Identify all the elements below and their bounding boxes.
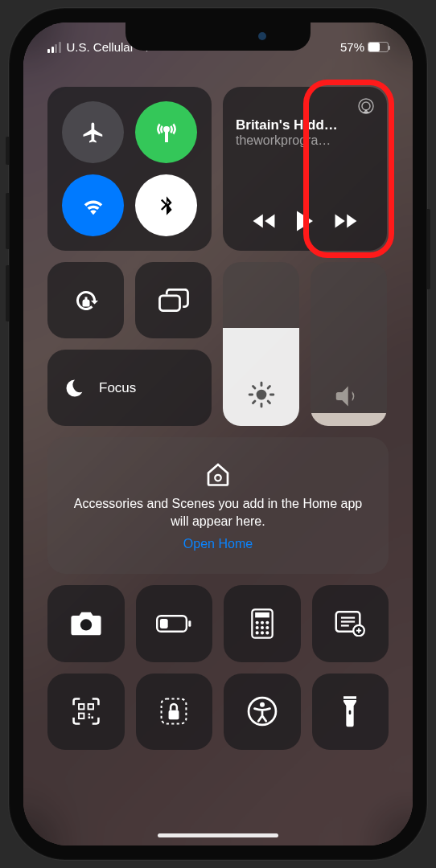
bluetooth-button[interactable]	[135, 174, 197, 236]
media-title: Britain's Hidd…	[236, 117, 374, 133]
svg-point-1	[362, 102, 370, 110]
volume-slider[interactable]	[311, 262, 387, 426]
svg-point-44	[260, 702, 265, 707]
svg-point-3	[256, 390, 266, 400]
screen-mirroring-icon	[158, 289, 189, 313]
media-module[interactable]: Britain's Hidd… theworkprogra…	[223, 87, 387, 251]
cellular-signal-icon	[47, 42, 61, 53]
qr-icon	[72, 697, 101, 726]
svg-point-26	[261, 631, 264, 634]
svg-point-20	[261, 620, 264, 624]
svg-line-8	[253, 387, 254, 388]
media-subtitle: theworkprogra…	[236, 133, 374, 148]
svg-rect-39	[91, 717, 93, 719]
svg-point-19	[255, 620, 258, 624]
antenna-icon	[154, 120, 179, 145]
airplane-icon	[81, 121, 105, 145]
qr-scanner-button[interactable]	[47, 674, 125, 751]
home-indicator[interactable]	[158, 833, 278, 837]
flashlight-button[interactable]	[312, 674, 389, 751]
svg-point-27	[265, 631, 269, 634]
guided-access-button[interactable]	[136, 674, 213, 751]
orientation-lock-button[interactable]	[47, 262, 124, 338]
open-home-link[interactable]: Open Home	[183, 537, 253, 551]
focus-label: Focus	[99, 380, 136, 396]
svg-rect-18	[255, 612, 269, 617]
notch	[125, 23, 311, 51]
airplane-mode-button[interactable]	[62, 101, 124, 163]
svg-rect-38	[88, 714, 90, 716]
focus-button[interactable]: Focus	[47, 350, 212, 426]
brightness-slider[interactable]	[223, 262, 299, 426]
brightness-icon	[248, 381, 275, 408]
svg-rect-37	[79, 714, 84, 719]
cellular-data-button[interactable]	[135, 101, 197, 163]
calculator-button[interactable]	[224, 585, 301, 662]
svg-rect-16	[189, 620, 191, 626]
screen: U.S. Cellular 57%	[23, 23, 413, 845]
battery-icon	[368, 42, 389, 52]
low-power-mode-button[interactable]	[136, 585, 213, 662]
svg-point-22	[255, 626, 258, 629]
wifi-button[interactable]	[62, 174, 124, 236]
wifi-icon	[81, 194, 105, 218]
svg-point-13	[80, 619, 92, 630]
volume-up-button[interactable]	[6, 193, 9, 249]
accessibility-icon	[247, 696, 278, 727]
home-text: Accessories and Scenes you add in the Ho…	[72, 495, 364, 531]
connectivity-module[interactable]	[47, 87, 212, 251]
camera-icon	[70, 611, 102, 637]
svg-rect-35	[79, 704, 84, 709]
side-button[interactable]	[427, 209, 430, 289]
svg-rect-40	[88, 717, 90, 719]
orientation-lock-icon	[72, 286, 101, 315]
forward-button[interactable]	[334, 212, 358, 230]
phone-frame: U.S. Cellular 57%	[9, 8, 427, 860]
svg-rect-15	[160, 619, 168, 628]
screen-mirroring-button[interactable]	[135, 262, 212, 338]
notes-button[interactable]	[312, 585, 389, 662]
svg-point-24	[265, 626, 269, 629]
home-module[interactable]: Accessories and Scenes you add in the Ho…	[47, 437, 389, 574]
moon-icon	[64, 377, 86, 399]
battery-percentage: 57%	[340, 40, 364, 54]
calculator-icon	[250, 608, 274, 639]
airplay-icon	[356, 96, 376, 116]
svg-rect-42	[169, 710, 179, 720]
battery-low-icon	[156, 614, 191, 633]
svg-point-12	[215, 474, 221, 481]
lock-dotted-icon	[159, 697, 188, 726]
notes-icon	[335, 611, 365, 637]
silent-switch[interactable]	[6, 137, 9, 165]
svg-rect-45	[349, 710, 352, 714]
svg-point-21	[265, 620, 269, 624]
svg-line-10	[253, 401, 254, 403]
airplay-button[interactable]	[356, 96, 376, 116]
bluetooth-icon	[155, 194, 178, 217]
carrier-label: U.S. Cellular	[67, 40, 134, 54]
svg-line-11	[268, 387, 269, 388]
svg-line-9	[268, 401, 269, 403]
svg-point-25	[255, 631, 258, 634]
home-icon	[204, 460, 232, 489]
svg-rect-2	[159, 295, 179, 310]
play-button[interactable]	[294, 209, 315, 233]
camera-button[interactable]	[47, 585, 125, 662]
flashlight-icon	[341, 695, 359, 727]
volume-down-button[interactable]	[6, 265, 9, 321]
accessibility-button[interactable]	[224, 674, 301, 751]
speaker-icon	[335, 384, 364, 408]
svg-rect-36	[88, 704, 93, 709]
rewind-button[interactable]	[252, 212, 276, 230]
svg-point-23	[261, 626, 264, 629]
